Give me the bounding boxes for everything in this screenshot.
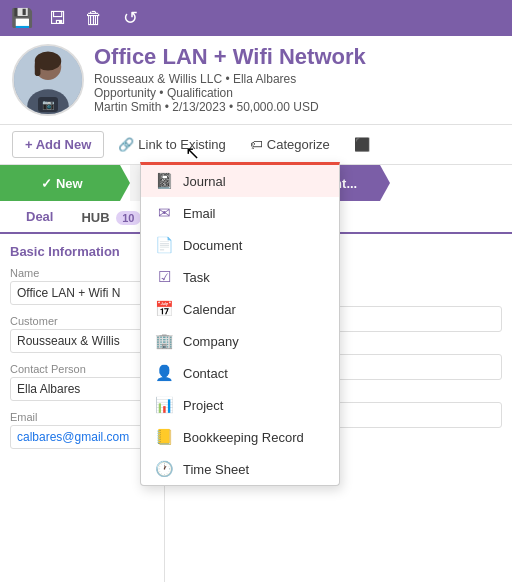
email-field-group: Email calbares@gmail.com [10,411,154,449]
bookkeeping-label: Bookkeeping Record [183,430,304,445]
customer-label: Customer [10,315,154,327]
tag-icon: 🏷 [250,137,263,152]
document-icon: 📄 [155,236,173,254]
dropdown-item-journal[interactable]: 📓 Journal [141,165,339,197]
header-company: Rousseaux & Willis LLC • Ella Albares [94,72,500,86]
header-stage: Opportunity • Qualification [94,86,500,100]
dropdown-item-timesheet[interactable]: 🕐 Time Sheet [141,453,339,485]
email-label: Email [10,411,154,423]
task-label: Task [183,270,210,285]
email-menu-label: Email [183,206,216,221]
refresh-icon[interactable]: ↺ [116,4,144,32]
name-label: Name [10,267,154,279]
link-to-existing-button[interactable]: 🔗 Link to Existing [108,133,235,156]
avatar-camera-icon[interactable]: 📷 [38,97,58,112]
dropdown-item-calendar[interactable]: 📅 Calendar [141,293,339,325]
basic-info-title: Basic Information [10,244,154,259]
toolbar: 💾 🖫 🗑 ↺ [0,0,512,36]
journal-icon: 📓 [155,172,173,190]
stage-new[interactable]: ✓ New [0,165,130,201]
header: 📷 Office LAN + Wifi Network Rousseaux & … [0,36,512,125]
svg-rect-4 [35,61,41,76]
save-icon[interactable]: 💾 [8,4,36,32]
dropdown-item-document[interactable]: 📄 Document [141,229,339,261]
action-bar: + Add New 🔗 Link to Existing 🏷 Categoriz… [0,125,512,165]
dropdown-item-project[interactable]: 📊 Project [141,389,339,421]
dropdown-item-email[interactable]: ✉ Email [141,197,339,229]
tab-deal[interactable]: Deal [12,201,67,234]
save-all-icon[interactable]: 🖫 [44,4,72,32]
link-icon: 🔗 [118,137,134,152]
dropdown-item-bookkeeping[interactable]: 📒 Bookkeeping Record [141,421,339,453]
calendar-icon: 📅 [155,300,173,318]
email-icon: ✉ [155,204,173,222]
journal-label: Journal [183,174,226,189]
name-value: Office LAN + Wifi N [10,281,154,305]
task-icon: ☑ [155,268,173,286]
company-label: Company [183,334,239,349]
page-title: Office LAN + Wifi Network [94,44,500,70]
contact-person-value: Ella Albares [10,377,154,401]
email-value: calbares@gmail.com [10,425,154,449]
timesheet-icon: 🕐 [155,460,173,478]
categorize-button[interactable]: 🏷 Categorize [240,133,340,156]
header-user-date: Martin Smith • 2/13/2023 • 50,000.00 USD [94,100,500,114]
customer-field-group: Customer Rousseaux & Willis [10,315,154,353]
bookkeeping-icon: 📒 [155,428,173,446]
more-button[interactable]: ⬛ [344,133,380,156]
avatar: 📷 [12,44,84,116]
contact-person-label: Contact Person [10,363,154,375]
project-label: Project [183,398,223,413]
timesheet-label: Time Sheet [183,462,249,477]
name-field-group: Name Office LAN + Wifi N [10,267,154,305]
contact-icon: 👤 [155,364,173,382]
company-icon: 🏢 [155,332,173,350]
dropdown-item-contact[interactable]: 👤 Contact [141,357,339,389]
dropdown-item-company[interactable]: 🏢 Company [141,325,339,357]
hub-badge: 10 [116,211,140,225]
dropdown-item-task[interactable]: ☑ Task [141,261,339,293]
customer-value: Rousseaux & Willis [10,329,154,353]
add-new-button[interactable]: + Add New [12,131,104,158]
delete-icon[interactable]: 🗑 [80,4,108,32]
calendar-label: Calendar [183,302,236,317]
add-new-dropdown: 📓 Journal ✉ Email 📄 Document ☑ Task 📅 Ca… [140,162,340,486]
contact-person-field-group: Contact Person Ella Albares [10,363,154,401]
document-label: Document [183,238,242,253]
project-icon: 📊 [155,396,173,414]
contact-label: Contact [183,366,228,381]
